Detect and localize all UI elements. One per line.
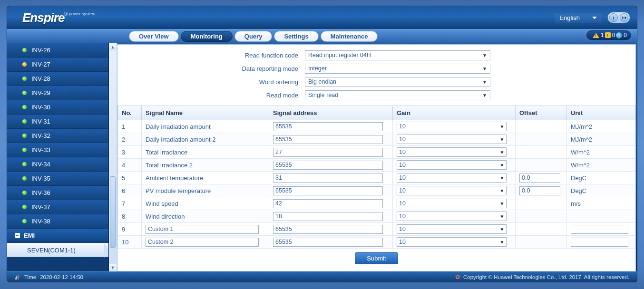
gain-select[interactable]: 10▼ — [397, 160, 507, 170]
sidebar-item-label: INV-30 — [31, 104, 50, 111]
status-dot-icon — [22, 91, 27, 95]
status-dot-icon — [22, 62, 27, 67]
signal-name-input[interactable] — [146, 238, 259, 247]
footer: Time 2020-02-12 14:50 ✿ Copyright © Huaw… — [7, 271, 637, 282]
signal-address-input[interactable] — [273, 161, 383, 170]
scroll-down-icon[interactable]: ▼ — [109, 264, 117, 271]
signal-address-input[interactable] — [273, 238, 383, 247]
signal-address-input[interactable] — [273, 199, 383, 208]
offset-input[interactable] — [519, 186, 560, 195]
alarm-summary[interactable]: 1 !0 !0 — [586, 30, 631, 40]
copyright: Copyright © Huawei Technologies Co., Ltd… — [463, 274, 629, 280]
header: Enspire @ power system English i ↦ — [7, 6, 637, 29]
tab-maintenance[interactable]: Maintenance — [321, 31, 378, 42]
tab-query[interactable]: Query — [234, 31, 273, 42]
signal-name-input[interactable] — [146, 225, 259, 234]
tab-overview[interactable]: Over View — [129, 31, 179, 42]
signal-address-input[interactable] — [273, 173, 383, 183]
sidebar-item[interactable]: INV-34 — [7, 157, 108, 172]
sidebar-item[interactable]: INV-27 — [7, 58, 108, 72]
signal-name: Wind direction — [146, 213, 185, 220]
signal-name: Wind speed — [146, 200, 178, 207]
chevron-down-icon: ▼ — [482, 53, 487, 58]
signal-address-input[interactable] — [273, 135, 383, 144]
sidebar-item[interactable]: INV-33 — [7, 143, 108, 157]
alarm-minor-count: 0 — [624, 32, 627, 39]
sidebar-item[interactable]: INV-30 — [7, 100, 108, 115]
col-no: No. — [118, 106, 142, 120]
sidebar-item-label: INV-31 — [31, 118, 50, 125]
signal-address-input[interactable] — [273, 225, 383, 234]
signal-address-input[interactable] — [273, 148, 383, 157]
col-offset: Offset — [516, 106, 567, 120]
logo: Enspire @ power system — [22, 11, 98, 24]
tab-monitoring[interactable]: Monitoring — [181, 31, 233, 42]
content: Read function code Read input register 0… — [117, 44, 636, 271]
info-icon[interactable]: i — [609, 13, 618, 22]
word-ordering-select[interactable]: Big endian▼ — [305, 77, 490, 87]
col-gain: Gain — [393, 106, 516, 120]
tab-settings[interactable]: Settings — [274, 31, 318, 42]
sidebar-item-active[interactable]: SEVEN(COM1-1) — [7, 243, 108, 257]
sidebar-item[interactable]: INV-26 — [7, 43, 108, 58]
sidebar-item-label: INV-34 — [31, 161, 50, 168]
logout-icon[interactable]: ↦ — [620, 13, 628, 22]
sidebar-item[interactable]: INV-37 — [7, 200, 108, 214]
unit-input[interactable] — [571, 225, 628, 234]
sidebar-item-label: INV-27 — [31, 61, 50, 68]
sidebar-item-label: INV-38 — [31, 218, 50, 225]
signal-address-input[interactable] — [273, 186, 383, 195]
table-row: 8 Wind direction 10▼ — [118, 210, 635, 223]
cell-no: 3 — [118, 146, 142, 159]
gain-select[interactable]: 10▼ — [397, 186, 507, 195]
chevron-down-icon: ▼ — [499, 214, 504, 219]
sidebar-item[interactable]: INV-36 — [7, 186, 108, 200]
read-mode-select[interactable]: Single read▼ — [305, 90, 490, 100]
alarm-minor-icon: ! — [616, 32, 622, 39]
gain-select[interactable]: 10▼ — [397, 122, 507, 131]
data-reporting-mode-select[interactable]: Integer▼ — [305, 64, 490, 74]
gain-select[interactable]: 10▼ — [397, 173, 507, 183]
chevron-down-icon: ▼ — [499, 124, 504, 129]
sidebar-scrollbar[interactable]: ▲ ▼ — [109, 43, 117, 271]
header-icon-group: i ↦ — [607, 12, 630, 23]
huawei-logo-icon: ✿ — [455, 273, 460, 280]
signal-address-input[interactable] — [273, 122, 383, 131]
chevron-down-icon: ▼ — [499, 240, 504, 245]
sidebar-item[interactable]: INV-32 — [7, 129, 108, 143]
sidebar-group-emi[interactable]: −EMI — [7, 229, 108, 243]
unit-text: MJ/m^2 — [571, 136, 592, 143]
sidebar-item[interactable]: INV-31 — [7, 115, 108, 129]
signal-address-input[interactable] — [273, 212, 383, 221]
gain-select[interactable]: 10▼ — [397, 237, 507, 247]
sidebar-item[interactable]: INV-35 — [7, 172, 108, 186]
read-function-code-select[interactable]: Read input register 04H▼ — [305, 50, 490, 60]
nav-tabs: Over View Monitoring Query Settings Main… — [7, 29, 637, 43]
gain-select[interactable]: 10▼ — [397, 199, 507, 208]
collapse-icon: − — [15, 233, 20, 238]
status-dot-icon — [22, 148, 27, 152]
offset-input[interactable] — [519, 173, 560, 183]
sidebar-item[interactable]: INV-38 — [7, 214, 108, 229]
col-unit: Unit — [567, 106, 635, 120]
language-select[interactable]: English — [555, 13, 602, 23]
cell-no: 10 — [118, 236, 142, 249]
scroll-up-icon[interactable]: ▲ — [109, 43, 117, 51]
sidebar-item[interactable]: INV-29 — [7, 86, 108, 100]
unit-input[interactable] — [571, 238, 628, 247]
gain-select[interactable]: 10▼ — [397, 147, 507, 157]
unit-text: W/m^2 — [571, 162, 590, 169]
table-row: 7 Wind speed 10▼ m/s — [118, 197, 635, 210]
gain-select[interactable]: 10▼ — [397, 224, 507, 234]
sidebar-item[interactable]: INV-28 — [7, 72, 108, 86]
col-name: Signal Name — [142, 106, 269, 120]
gain-select[interactable]: 10▼ — [397, 135, 507, 144]
gain-select[interactable]: 10▼ — [397, 212, 507, 221]
cell-no: 6 — [118, 184, 142, 197]
scrollbar-thumb[interactable] — [110, 176, 116, 248]
submit-button[interactable]: Submit — [355, 252, 398, 264]
stats-icon — [15, 275, 20, 279]
chevron-down-icon: ▼ — [499, 150, 504, 155]
sidebar: INV-26INV-27INV-28INV-29INV-30INV-31INV-… — [7, 43, 109, 271]
sidebar-item-label: INV-26 — [31, 47, 50, 54]
